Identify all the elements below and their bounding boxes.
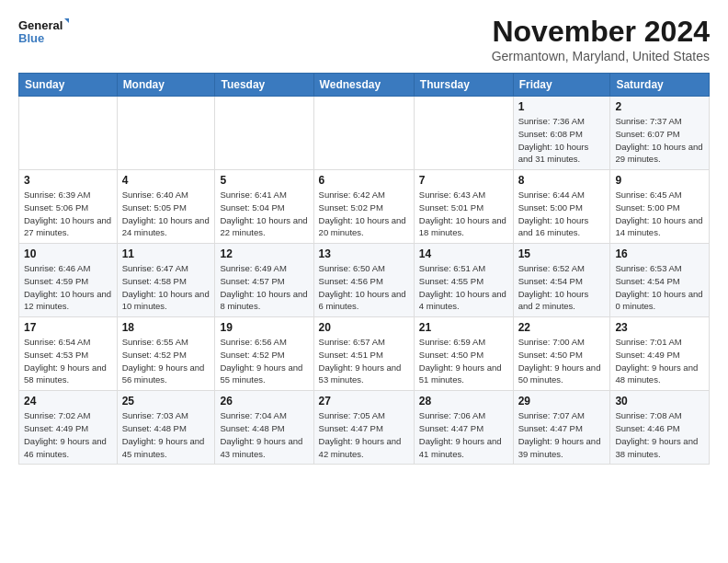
day-cell: 25Sunrise: 7:03 AM Sunset: 4:48 PM Dayli… [117,391,215,465]
day-cell [19,97,118,170]
day-cell: 26Sunrise: 7:04 AM Sunset: 4:48 PM Dayli… [215,391,313,465]
day-cell: 13Sunrise: 6:50 AM Sunset: 4:56 PM Dayli… [313,244,414,317]
weekday-saturday: Saturday [610,74,710,97]
day-cell: 22Sunrise: 7:00 AM Sunset: 4:50 PM Dayli… [513,317,610,391]
day-number: 7 [419,174,508,187]
day-info: Sunrise: 6:43 AM Sunset: 5:01 PM Dayligh… [419,189,508,239]
day-cell: 8Sunrise: 6:44 AM Sunset: 5:00 PM Daylig… [513,170,610,244]
day-cell: 21Sunrise: 6:59 AM Sunset: 4:50 PM Dayli… [414,317,513,391]
day-info: Sunrise: 7:08 AM Sunset: 4:46 PM Dayligh… [615,409,704,460]
day-number: 23 [615,321,704,334]
svg-marker-2 [64,18,69,24]
day-number: 24 [24,395,112,408]
page: General Blue November 2024 Germantown, M… [0,0,728,474]
day-info: Sunrise: 7:05 AM Sunset: 4:47 PM Dayligh… [319,409,409,460]
day-info: Sunrise: 6:57 AM Sunset: 4:51 PM Dayligh… [319,336,409,386]
day-number: 9 [615,174,704,187]
day-cell: 5Sunrise: 6:41 AM Sunset: 5:04 PM Daylig… [215,170,313,244]
day-number: 13 [319,247,409,260]
svg-text:General: General [18,18,63,32]
day-number: 8 [518,174,606,187]
day-cell [313,97,414,170]
day-number: 4 [122,174,210,187]
day-cell: 6Sunrise: 6:42 AM Sunset: 5:02 PM Daylig… [313,170,414,244]
location-title: Germantown, Maryland, United States [492,49,710,63]
day-number: 20 [319,321,409,334]
day-number: 25 [122,395,210,408]
day-info: Sunrise: 6:59 AM Sunset: 4:50 PM Dayligh… [419,336,508,386]
day-number: 15 [518,247,606,260]
day-number: 28 [419,395,508,408]
calendar-body: 1Sunrise: 7:36 AM Sunset: 6:08 PM Daylig… [19,97,710,465]
week-row-4: 17Sunrise: 6:54 AM Sunset: 4:53 PM Dayli… [19,317,710,391]
day-cell: 1Sunrise: 7:36 AM Sunset: 6:08 PM Daylig… [513,97,610,170]
day-cell: 18Sunrise: 6:55 AM Sunset: 4:52 PM Dayli… [117,317,215,391]
day-cell: 30Sunrise: 7:08 AM Sunset: 4:46 PM Dayli… [610,391,710,465]
day-number: 27 [319,395,409,408]
day-number: 16 [615,247,704,260]
day-cell: 19Sunrise: 6:56 AM Sunset: 4:52 PM Dayli… [215,317,313,391]
day-number: 6 [319,174,409,187]
day-cell: 9Sunrise: 6:45 AM Sunset: 5:00 PM Daylig… [610,170,710,244]
day-number: 26 [220,395,308,408]
day-number: 5 [220,174,308,187]
day-number: 11 [122,247,210,260]
week-row-3: 10Sunrise: 6:46 AM Sunset: 4:59 PM Dayli… [19,244,710,317]
day-info: Sunrise: 6:42 AM Sunset: 5:02 PM Dayligh… [319,189,409,239]
day-cell: 29Sunrise: 7:07 AM Sunset: 4:47 PM Dayli… [513,391,610,465]
day-number: 19 [220,321,308,334]
day-cell: 23Sunrise: 7:01 AM Sunset: 4:49 PM Dayli… [610,317,710,391]
day-info: Sunrise: 6:50 AM Sunset: 4:56 PM Dayligh… [319,262,409,313]
day-cell: 27Sunrise: 7:05 AM Sunset: 4:47 PM Dayli… [313,391,414,465]
day-info: Sunrise: 6:49 AM Sunset: 4:57 PM Dayligh… [220,262,308,313]
day-info: Sunrise: 6:39 AM Sunset: 5:06 PM Dayligh… [24,189,112,239]
day-number: 22 [518,321,606,334]
day-number: 30 [615,395,704,408]
weekday-thursday: Thursday [414,74,513,97]
day-info: Sunrise: 6:55 AM Sunset: 4:52 PM Dayligh… [122,336,210,386]
day-cell: 7Sunrise: 6:43 AM Sunset: 5:01 PM Daylig… [414,170,513,244]
week-row-1: 1Sunrise: 7:36 AM Sunset: 6:08 PM Daylig… [19,97,710,170]
svg-text:Blue: Blue [18,31,44,45]
day-info: Sunrise: 6:41 AM Sunset: 5:04 PM Dayligh… [220,189,308,239]
day-cell: 10Sunrise: 6:46 AM Sunset: 4:59 PM Dayli… [19,244,118,317]
day-info: Sunrise: 6:52 AM Sunset: 4:54 PM Dayligh… [518,262,606,313]
day-info: Sunrise: 7:06 AM Sunset: 4:47 PM Dayligh… [419,409,508,460]
weekday-wednesday: Wednesday [313,74,414,97]
week-row-2: 3Sunrise: 6:39 AM Sunset: 5:06 PM Daylig… [19,170,710,244]
day-cell: 14Sunrise: 6:51 AM Sunset: 4:55 PM Dayli… [414,244,513,317]
day-info: Sunrise: 6:40 AM Sunset: 5:05 PM Dayligh… [122,189,210,239]
day-cell [414,97,513,170]
day-number: 12 [220,247,308,260]
day-cell [117,97,215,170]
day-cell: 2Sunrise: 7:37 AM Sunset: 6:07 PM Daylig… [610,97,710,170]
weekday-tuesday: Tuesday [215,74,313,97]
weekday-friday: Friday [513,74,610,97]
day-number: 21 [419,321,508,334]
day-cell: 20Sunrise: 6:57 AM Sunset: 4:51 PM Dayli… [313,317,414,391]
day-cell: 12Sunrise: 6:49 AM Sunset: 4:57 PM Dayli… [215,244,313,317]
day-info: Sunrise: 7:03 AM Sunset: 4:48 PM Dayligh… [122,409,210,460]
day-cell: 11Sunrise: 6:47 AM Sunset: 4:58 PM Dayli… [117,244,215,317]
header: General Blue November 2024 Germantown, M… [18,15,710,63]
day-number: 18 [122,321,210,334]
day-number: 14 [419,247,508,260]
day-cell: 16Sunrise: 6:53 AM Sunset: 4:54 PM Dayli… [610,244,710,317]
logo-svg: General Blue [18,15,69,48]
logo: General Blue [18,15,69,48]
day-cell: 4Sunrise: 6:40 AM Sunset: 5:05 PM Daylig… [117,170,215,244]
day-cell: 3Sunrise: 6:39 AM Sunset: 5:06 PM Daylig… [19,170,118,244]
day-info: Sunrise: 6:46 AM Sunset: 4:59 PM Dayligh… [24,262,112,313]
day-cell [215,97,313,170]
day-number: 2 [615,100,704,113]
day-info: Sunrise: 6:51 AM Sunset: 4:55 PM Dayligh… [419,262,508,313]
day-info: Sunrise: 6:56 AM Sunset: 4:52 PM Dayligh… [220,336,308,386]
day-info: Sunrise: 7:02 AM Sunset: 4:49 PM Dayligh… [24,409,112,460]
weekday-header: SundayMondayTuesdayWednesdayThursdayFrid… [19,74,710,97]
calendar: SundayMondayTuesdayWednesdayThursdayFrid… [18,73,710,465]
day-info: Sunrise: 7:01 AM Sunset: 4:49 PM Dayligh… [615,336,704,386]
day-number: 17 [24,321,112,334]
title-block: November 2024 Germantown, Maryland, Unit… [492,15,710,63]
day-info: Sunrise: 6:54 AM Sunset: 4:53 PM Dayligh… [24,336,112,386]
day-info: Sunrise: 6:45 AM Sunset: 5:00 PM Dayligh… [615,189,704,239]
